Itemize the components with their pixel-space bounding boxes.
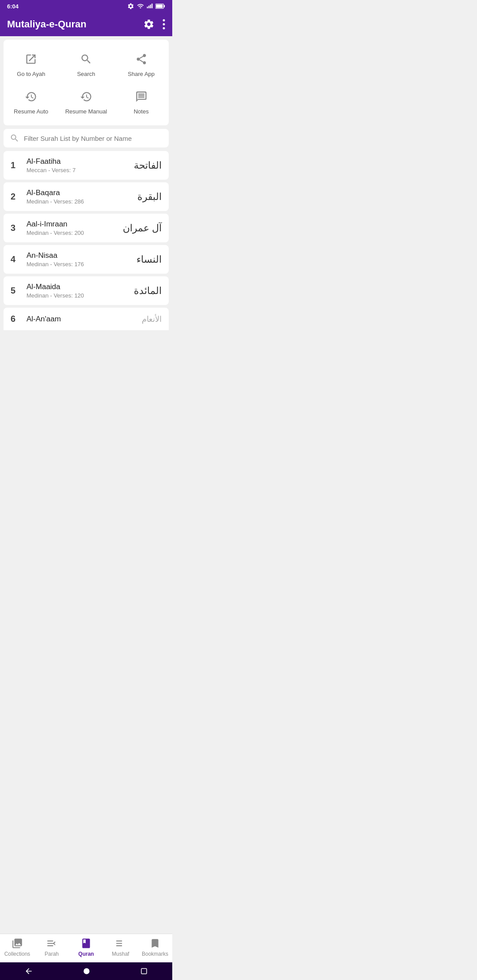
wifi-icon (137, 3, 144, 10)
external-link-icon (22, 50, 40, 68)
surah-name-en: Aal-i-Imraan (26, 220, 123, 229)
surah-meta: Meccan - Verses: 7 (26, 167, 134, 173)
notes-icon (132, 88, 150, 106)
filter-input[interactable] (24, 135, 163, 142)
share-app-label: Share App (128, 71, 155, 77)
surah-name-en: An-Nisaa (26, 251, 136, 260)
svg-point-7 (163, 19, 165, 22)
filter-container (4, 129, 169, 147)
surah-item[interactable]: 5 Al-Maaida Medinan - Verses: 120 المائد… (4, 276, 169, 305)
svg-rect-0 (147, 7, 148, 8)
surah-name-en: Al-Maaida (26, 283, 134, 291)
status-time: 6:04 (7, 3, 19, 10)
svg-rect-6 (156, 4, 163, 8)
svg-point-9 (163, 27, 165, 30)
notes-label: Notes (134, 108, 149, 115)
surah-number: 3 (11, 223, 26, 233)
surah-item-partial[interactable]: 6 Al-An'aam الأنعام (4, 308, 169, 330)
status-bar: 6:04 (0, 0, 172, 12)
app-bar: Mutaliya-e-Quran (0, 12, 172, 36)
app-bar-actions (143, 19, 165, 30)
surah-info: Al-Maaida Medinan - Verses: 120 (26, 283, 134, 299)
surah-item[interactable]: 3 Aal-i-Imraan Medinan - Verses: 200 آل … (4, 214, 169, 242)
surah-name-ar: المائدة (134, 285, 162, 297)
settings-button[interactable] (143, 19, 155, 30)
resume-auto-icon (22, 88, 40, 106)
go-to-ayah-label: Go to Ayah (17, 71, 45, 77)
surah-item[interactable]: 1 Al-Faatiha Meccan - Verses: 7 الفاتحة (4, 151, 169, 180)
surah-number: 2 (11, 192, 26, 202)
surah-info: Al-Faatiha Meccan - Verses: 7 (26, 157, 134, 173)
surah-meta: Medinan - Verses: 286 (26, 198, 137, 205)
surah-info: Al-An'aam (26, 315, 142, 324)
share-icon (132, 50, 150, 68)
resume-manual-label: Resume Manual (65, 108, 107, 115)
resume-manual-button[interactable]: Resume Manual (59, 83, 114, 120)
svg-rect-1 (148, 6, 149, 8)
surah-name-ar: الفاتحة (134, 160, 162, 171)
surah-meta: Medinan - Verses: 120 (26, 292, 134, 299)
svg-rect-5 (164, 5, 165, 7)
status-icons (127, 3, 165, 10)
search-label: Search (77, 71, 95, 77)
surah-number: 6 (11, 314, 26, 324)
resume-auto-label: Resume Auto (14, 108, 48, 115)
surah-name-ar: النساء (136, 254, 162, 265)
battery-icon (155, 3, 165, 9)
surah-meta: Medinan - Verses: 176 (26, 261, 136, 268)
surah-name-ar: آل عمران (123, 222, 162, 234)
surah-name-ar: البقرة (137, 191, 162, 203)
svg-point-8 (163, 23, 165, 26)
filter-search-icon (10, 133, 19, 143)
surah-info: Al-Baqara Medinan - Verses: 286 (26, 188, 137, 205)
time-display: 6:04 (7, 3, 19, 10)
settings-status-icon (127, 3, 134, 10)
surah-number: 4 (11, 254, 26, 264)
quick-actions-panel: Go to Ayah Search Share App Resume Auto … (4, 40, 169, 125)
search-button[interactable]: Search (59, 45, 114, 83)
surah-name-en: Al-Faatiha (26, 157, 134, 166)
search-icon (77, 50, 95, 68)
surah-name-ar: الأنعام (142, 314, 162, 324)
resume-auto-button[interactable]: Resume Auto (4, 83, 59, 120)
share-app-button[interactable]: Share App (114, 45, 169, 83)
more-options-button[interactable] (163, 19, 165, 30)
svg-rect-2 (150, 5, 151, 8)
surah-number: 5 (11, 286, 26, 296)
surah-info: An-Nisaa Medinan - Verses: 176 (26, 251, 136, 268)
signal-icon (147, 3, 153, 10)
surah-info: Aal-i-Imraan Medinan - Verses: 200 (26, 220, 123, 236)
svg-rect-3 (151, 4, 152, 8)
go-to-ayah-button[interactable]: Go to Ayah (4, 45, 59, 83)
surah-item[interactable]: 4 An-Nisaa Medinan - Verses: 176 النساء (4, 245, 169, 274)
surah-meta: Medinan - Verses: 200 (26, 230, 123, 236)
notes-button[interactable]: Notes (114, 83, 169, 120)
surah-name-en: Al-Baqara (26, 188, 137, 197)
surah-name-en: Al-An'aam (26, 315, 142, 324)
surah-list: 1 Al-Faatiha Meccan - Verses: 7 الفاتحة … (0, 151, 172, 366)
surah-item[interactable]: 2 Al-Baqara Medinan - Verses: 286 البقرة (4, 182, 169, 211)
app-title: Mutaliya-e-Quran (7, 19, 87, 30)
surah-number: 1 (11, 160, 26, 170)
resume-manual-icon (77, 88, 95, 106)
